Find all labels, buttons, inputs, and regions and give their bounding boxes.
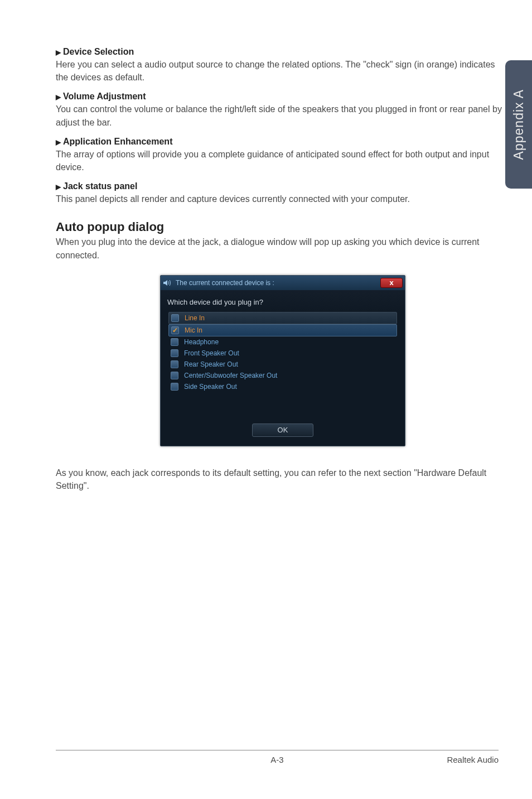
auto-popup-heading: Auto popup dialog <box>56 220 510 234</box>
device-option-label: Headphone <box>184 338 219 346</box>
dialog-button-row: OK <box>161 423 405 446</box>
page-content: ▶Device Selection Here you can select a … <box>0 0 532 492</box>
triangle-bullet-icon: ▶ <box>56 49 61 56</box>
jack-status-panel-body: This panel depicts all render and captur… <box>56 192 510 205</box>
device-option-label: Mic In <box>185 326 202 334</box>
triangle-bullet-icon: ▶ <box>56 93 61 101</box>
device-option-label: Center/Subwoofer Speaker Out <box>184 372 277 379</box>
after-dialog-text: As you know, each jack corresponds to it… <box>56 466 510 492</box>
jack-status-panel-title: Jack status panel <box>63 181 137 191</box>
device-option-side-speaker[interactable]: Side Speaker Out <box>168 381 397 392</box>
device-option-label: Rear Speaker Out <box>184 360 238 368</box>
dialog-title: The current connected device is : <box>176 279 274 287</box>
volume-adjustment-body: You can control the volume or balance th… <box>56 103 510 128</box>
device-selection-heading: ▶Device Selection <box>56 47 510 57</box>
dialog-screenshot-wrap: The current connected device is : x Whic… <box>56 275 510 446</box>
application-enhancement-title: Application Enhancement <box>63 137 172 146</box>
close-button[interactable]: x <box>380 278 403 288</box>
jack-status-panel-heading: ▶Jack status panel <box>56 181 510 191</box>
auto-popup-intro: When you plug into the device at the jac… <box>56 235 510 261</box>
checkbox-checked-icon: ✓ <box>171 326 179 334</box>
application-enhancement-body: The array of options will provide you a … <box>56 148 510 174</box>
device-option-center-subwoofer[interactable]: Center/Subwoofer Speaker Out <box>168 370 397 381</box>
device-option-label: Side Speaker Out <box>184 383 237 391</box>
application-enhancement-heading: ▶Application Enhancement <box>56 137 510 147</box>
page-footer: A-3 Realtek Audio <box>56 750 499 764</box>
checkbox-icon <box>171 314 179 322</box>
device-option-line-in[interactable]: Line In <box>168 312 397 324</box>
device-option-rear-speaker[interactable]: Rear Speaker Out <box>168 359 397 370</box>
appendix-side-tab: Appendix A <box>505 60 532 189</box>
device-option-headphone[interactable]: Headphone <box>168 336 397 348</box>
triangle-bullet-icon: ▶ <box>56 138 61 146</box>
dialog-device-list: Line In ✓ Mic In Headphone Front Speaker… <box>161 312 405 423</box>
close-icon: x <box>389 278 393 287</box>
device-selection-title: Device Selection <box>63 47 134 56</box>
footer-section-name: Realtek Audio <box>447 755 499 764</box>
checkbox-icon <box>171 383 178 391</box>
ok-button[interactable]: OK <box>252 423 313 437</box>
checkbox-icon <box>171 372 178 379</box>
checkbox-icon <box>171 360 178 368</box>
speaker-icon <box>163 279 172 287</box>
checkbox-icon <box>171 349 178 357</box>
device-option-label: Front Speaker Out <box>184 349 239 357</box>
dialog-titlebar: The current connected device is : x <box>161 276 405 290</box>
triangle-bullet-icon: ▶ <box>56 183 61 191</box>
dialog-prompt: Which device did you plug in? <box>161 290 405 312</box>
checkbox-icon <box>171 338 178 346</box>
ok-button-label: OK <box>278 426 288 434</box>
jack-popup-dialog: The current connected device is : x Whic… <box>160 275 405 446</box>
footer-page-number: A-3 <box>270 755 283 764</box>
device-option-mic-in[interactable]: ✓ Mic In <box>168 324 397 336</box>
device-option-front-speaker[interactable]: Front Speaker Out <box>168 348 397 359</box>
dialog-spacer <box>168 392 397 420</box>
appendix-side-tab-label: Appendix A <box>511 89 526 160</box>
volume-adjustment-heading: ▶Volume Adjustment <box>56 92 510 102</box>
device-option-label: Line In <box>185 314 205 322</box>
device-selection-body: Here you can select a audio output sourc… <box>56 58 510 84</box>
volume-adjustment-title: Volume Adjustment <box>63 92 146 101</box>
